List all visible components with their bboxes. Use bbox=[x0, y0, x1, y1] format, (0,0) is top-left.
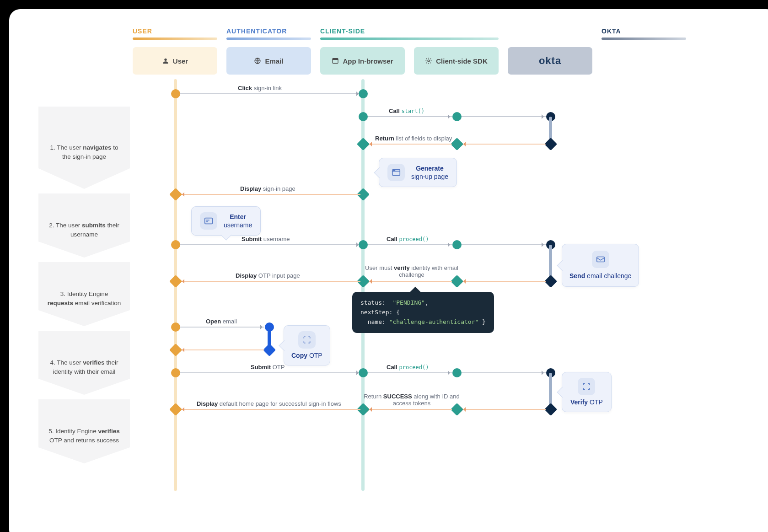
node-app bbox=[357, 138, 370, 150]
step-2: 2. The user submits their username bbox=[38, 193, 130, 258]
node-user bbox=[169, 275, 182, 288]
sequence-diagram-body: 1. The user navigates to the sign-in pag… bbox=[23, 79, 763, 491]
svg-point-0 bbox=[164, 59, 166, 61]
gear-icon bbox=[425, 57, 432, 64]
svg-point-8 bbox=[394, 170, 395, 171]
header-label-okta: OKTA bbox=[602, 27, 686, 35]
node-user bbox=[169, 344, 182, 356]
header-bar bbox=[226, 38, 311, 40]
browser-icon bbox=[332, 57, 339, 64]
node-okta bbox=[544, 138, 557, 150]
msg-display-otp: Display OTP input page bbox=[236, 272, 300, 279]
msg-call-proceed2: Call proceed() bbox=[387, 364, 429, 371]
actor-okta: okta bbox=[508, 47, 592, 75]
arrow bbox=[462, 409, 546, 410]
header-label-user: USER bbox=[133, 27, 217, 35]
diagram-page: USER AUTHENTICATOR CLIENT-SIDE OKTA User… bbox=[9, 9, 768, 532]
node-okta bbox=[544, 275, 557, 288]
steps-sidebar: 1. The user navigates to the sign-in pag… bbox=[38, 107, 130, 468]
arrow bbox=[180, 244, 360, 245]
actor-user: User bbox=[133, 47, 217, 75]
actor-label: Client-side SDK bbox=[436, 57, 488, 65]
arrow bbox=[368, 244, 452, 245]
arrow bbox=[180, 194, 360, 195]
actor-label: User bbox=[173, 57, 188, 65]
step-3: 3. Identity Engine requests email verifi… bbox=[38, 262, 130, 326]
header-bar bbox=[320, 38, 499, 40]
msg-open-email: Open email bbox=[206, 318, 237, 325]
msg-call-proceed1: Call proceed() bbox=[387, 236, 429, 242]
step-5: 5. Identity Engine verifies OTP and retu… bbox=[38, 399, 130, 463]
arrow bbox=[368, 281, 452, 282]
step-1: 1. The user navigates to the sign-in pag… bbox=[38, 107, 130, 189]
code-payload: status: "PENDING", nextStep: { name: "ch… bbox=[352, 292, 494, 333]
node-sdk bbox=[452, 112, 462, 121]
node-app bbox=[359, 368, 368, 377]
msg-call-start: Call start() bbox=[389, 107, 424, 114]
header-bar bbox=[602, 38, 686, 40]
node-email bbox=[263, 344, 276, 356]
page-icon bbox=[387, 164, 405, 181]
node-okta bbox=[544, 403, 557, 416]
okta-logo: okta bbox=[539, 55, 561, 67]
header-label-auth: AUTHENTICATOR bbox=[226, 27, 311, 35]
svg-point-4 bbox=[428, 60, 430, 62]
msg-submit-username: Submit username bbox=[242, 236, 290, 242]
node-app bbox=[359, 240, 368, 249]
callout-text: Verify OTP bbox=[570, 398, 603, 406]
arrow bbox=[180, 349, 264, 350]
callout-generate: Generatesign-up page bbox=[379, 158, 457, 187]
svg-rect-12 bbox=[596, 257, 604, 262]
actor-label: Email bbox=[265, 57, 283, 65]
arrow bbox=[462, 372, 546, 373]
msg-return-fields: Return list of fields to display bbox=[375, 135, 452, 142]
node-sdk bbox=[452, 240, 462, 249]
callout-copy-otp: Copy OTP bbox=[284, 325, 330, 365]
callout-text: Send email challenge bbox=[569, 272, 631, 280]
callout-enter-username: Enterusername bbox=[191, 206, 261, 236]
arrow bbox=[368, 372, 452, 373]
msg-return-success: Return SUCCESS along with ID and access … bbox=[364, 393, 460, 407]
node-user bbox=[171, 322, 180, 332]
node-user bbox=[171, 240, 180, 249]
globe-icon bbox=[254, 57, 261, 64]
node-sdk bbox=[451, 138, 463, 150]
arrow bbox=[462, 144, 546, 145]
svg-rect-9 bbox=[205, 218, 213, 224]
arrow bbox=[180, 93, 360, 94]
header-group-okta: OKTA bbox=[602, 27, 686, 40]
scan-icon bbox=[298, 331, 316, 349]
node-user bbox=[169, 403, 182, 416]
step-4: 4. The user verifies their identity with… bbox=[38, 331, 130, 395]
header-group-user: USER bbox=[133, 27, 217, 40]
arrow bbox=[180, 327, 264, 328]
callout-send-challenge: Send email challenge bbox=[562, 244, 639, 287]
callout-text: Enterusername bbox=[224, 213, 252, 229]
node-user bbox=[171, 368, 180, 377]
node-user bbox=[169, 188, 182, 201]
msg-click-signin: Click sign-in link bbox=[238, 85, 282, 91]
header-bar bbox=[133, 38, 217, 40]
arrow bbox=[462, 281, 546, 282]
actor-app: App In-browser bbox=[320, 47, 405, 75]
arrow bbox=[368, 116, 452, 117]
user-icon bbox=[162, 57, 169, 64]
callout-text: Copy OTP bbox=[291, 351, 322, 360]
msg-display-signin: Display sign-in page bbox=[240, 185, 295, 192]
node-sdk bbox=[452, 368, 462, 377]
msg-verify-identity: User must verify identity with email cha… bbox=[361, 264, 462, 278]
arrow bbox=[180, 281, 360, 282]
header-group-client: CLIENT-SIDE bbox=[320, 27, 499, 40]
header-row: USER AUTHENTICATOR CLIENT-SIDE OKTA bbox=[133, 27, 763, 40]
mail-send-icon bbox=[592, 251, 609, 268]
form-icon bbox=[200, 212, 217, 230]
arrow bbox=[462, 244, 546, 245]
actors-row: User Email App In-browser Client-side SD… bbox=[133, 47, 763, 75]
node-user bbox=[171, 89, 180, 98]
node-app bbox=[359, 112, 368, 121]
callout-text: Generatesign-up page bbox=[411, 164, 448, 181]
header-label-client: CLIENT-SIDE bbox=[320, 27, 499, 35]
msg-submit-otp: Submit OTP bbox=[251, 364, 285, 371]
callout-verify-otp: Verify OTP bbox=[562, 372, 612, 412]
header-group-authenticator: AUTHENTICATOR bbox=[226, 27, 311, 40]
